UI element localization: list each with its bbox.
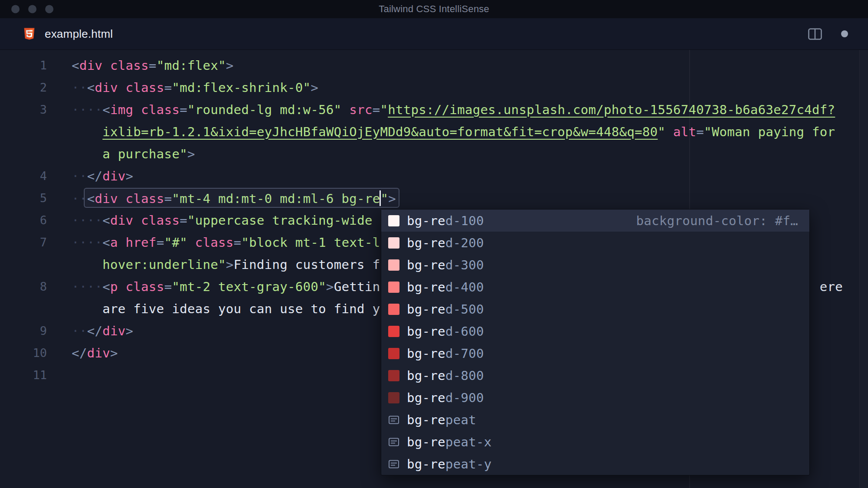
titlebar: Tailwind CSS IntelliSense — [0, 0, 868, 18]
tab-actions — [808, 28, 848, 40]
suggest-item-bg-red-300[interactable]: bg-red-300 — [381, 254, 809, 276]
color-swatch — [388, 215, 399, 226]
suggest-item-bg-repeat-y[interactable]: bg-repeat-y — [381, 453, 809, 475]
minimize-window-button[interactable] — [28, 5, 36, 13]
suggest-item-bg-red-200[interactable]: bg-red-200 — [381, 232, 809, 254]
code-line-text: <div class="md:flex"> — [47, 58, 234, 73]
code-line-text: ··</div> — [47, 324, 133, 338]
suggestion-label: bg-red-700 — [407, 346, 484, 361]
suggestion-label: bg-repeat — [407, 413, 476, 427]
code-line-text: ····<a href="#" class="block mt-1 text-l — [47, 235, 380, 250]
line-number: 11 — [0, 368, 47, 382]
code-line-text: ··<div class="md:flex-shrink-0"> — [47, 80, 318, 95]
traffic-lights — [11, 5, 53, 13]
suggestion-label: bg-red-100 — [407, 213, 484, 228]
color-swatch — [388, 304, 399, 315]
code-line-text: ····<img class="rounded-lg md:w-56" src=… — [47, 102, 835, 117]
suggest-item-bg-red-800[interactable]: bg-red-800 — [381, 364, 809, 386]
suggest-item-bg-red-400[interactable]: bg-red-400 — [381, 276, 809, 298]
color-swatch — [388, 348, 399, 359]
suggest-item-bg-repeat-x[interactable]: bg-repeat-x — [381, 431, 809, 453]
split-editor-icon[interactable] — [808, 28, 822, 40]
code-row[interactable]: 2··<div class="md:flex-shrink-0"> — [0, 76, 868, 98]
zoom-window-button[interactable] — [45, 5, 53, 13]
code-row[interactable]: a purchase"> — [0, 143, 868, 165]
suggestion-detail: background-color: #f… — [636, 213, 798, 228]
color-swatch — [388, 392, 399, 403]
code-line-text: a purchase"> — [47, 147, 195, 161]
text-suggestion-icon — [388, 414, 399, 426]
code-row[interactable]: 4··</div> — [0, 165, 868, 187]
close-window-button[interactable] — [11, 5, 20, 13]
suggest-item-bg-red-500[interactable]: bg-red-500 — [381, 298, 809, 320]
suggestion-label: bg-red-300 — [407, 258, 484, 272]
suggestion-label: bg-red-800 — [407, 368, 484, 383]
color-swatch — [388, 282, 399, 293]
code-row[interactable]: 3····<img class="rounded-lg md:w-56" src… — [0, 98, 868, 121]
line-number: 7 — [0, 236, 47, 249]
suggestion-label: bg-red-600 — [407, 324, 484, 339]
suggestion-label: bg-red-400 — [407, 280, 484, 295]
tab-example-html[interactable]: example.html — [23, 27, 113, 41]
suggestion-label: bg-red-500 — [407, 302, 484, 317]
line-number: 3 — [0, 103, 47, 116]
suggest-widget: bg-red-100background-color: #f…bg-red-20… — [381, 209, 810, 475]
color-swatch — [388, 237, 399, 249]
line-number: 5 — [0, 191, 47, 205]
html5-file-icon — [23, 27, 35, 40]
suggest-item-bg-red-900[interactable]: bg-red-900 — [381, 386, 809, 409]
modified-indicator-dot[interactable] — [841, 30, 848, 37]
code-line-text: </div> — [47, 346, 118, 360]
line-number: 4 — [0, 169, 47, 183]
code-line-text: hover:underline">Finding customers f — [47, 257, 380, 272]
code-line-text: ····<div class="uppercase tracking-wide — [47, 213, 380, 228]
tab-bar: example.html — [0, 18, 868, 50]
suggestion-label: bg-repeat-y — [407, 457, 492, 472]
text-suggestion-icon — [388, 459, 399, 470]
app-window: { "window": { "title": "Tailwind CSS Int… — [0, 0, 868, 488]
color-swatch — [388, 326, 399, 337]
line-number: 6 — [0, 213, 47, 227]
text-suggestion-icon — [388, 436, 399, 448]
line-number: 2 — [0, 81, 47, 94]
suggest-item-bg-red-100[interactable]: bg-red-100background-color: #f… — [381, 210, 809, 232]
color-swatch — [388, 259, 399, 271]
tab-filename: example.html — [45, 27, 113, 41]
suggest-item-bg-repeat[interactable]: bg-repeat — [381, 409, 809, 431]
line-number: 1 — [0, 59, 47, 72]
line-number: 9 — [0, 324, 47, 337]
code-line-text: ixlib=rb-1.2.1&ixid=eyJhcHBfaWQiOjEyMDd9… — [47, 124, 835, 139]
suggestion-label: bg-red-900 — [407, 390, 484, 405]
suggestion-label: bg-repeat-x — [407, 435, 492, 449]
window-title: Tailwind CSS IntelliSense — [379, 3, 489, 15]
line-number: 10 — [0, 346, 47, 360]
suggest-item-bg-red-600[interactable]: bg-red-600 — [381, 320, 809, 342]
code-row[interactable]: ixlib=rb-1.2.1&ixid=eyJhcHBfaWQiOjEyMDd9… — [0, 121, 868, 143]
code-row[interactable]: 1<div class="md:flex"> — [0, 54, 868, 76]
code-row[interactable]: 5··<div class="mt-4 md:mt-0 md:ml-6 bg-r… — [0, 187, 868, 209]
suggest-item-bg-red-700[interactable]: bg-red-700 — [381, 342, 809, 364]
code-line-text: ··<div class="mt-4 md:mt-0 md:ml-6 bg-re… — [47, 190, 396, 206]
line-number: 8 — [0, 280, 47, 293]
color-swatch — [388, 370, 399, 381]
suggestion-label: bg-red-200 — [407, 236, 484, 250]
code-line-text: ··</div> — [47, 169, 133, 183]
code-line-text: are five ideas you can use to find y — [47, 301, 380, 316]
